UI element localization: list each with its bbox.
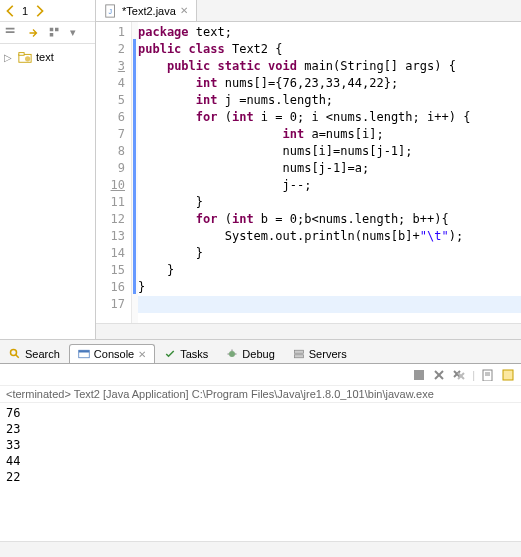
console-icon (78, 348, 90, 360)
bottom-tabs: Search Console ✕ Tasks Debug Servers (0, 340, 521, 364)
clear-console-icon[interactable] (481, 368, 495, 382)
tasks-icon (164, 348, 176, 360)
tab-label: Debug (242, 348, 274, 360)
code-content[interactable]: package text;public class Text2 { public… (138, 22, 521, 323)
code-editor[interactable]: 1234567891011121314151617 package text;p… (96, 22, 521, 323)
tree-item-text[interactable]: ▷ text (4, 48, 91, 66)
line-gutter: 1234567891011121314151617 (96, 22, 132, 323)
forward-icon[interactable] (32, 4, 46, 18)
svg-rect-19 (294, 355, 303, 358)
svg-rect-3 (55, 27, 59, 31)
nav-toolbar: ▾ (0, 22, 95, 44)
bottom-panel: Search Console ✕ Tasks Debug Servers | <… (0, 340, 521, 557)
tab-servers[interactable]: Servers (284, 344, 356, 363)
link-icon[interactable] (26, 26, 40, 40)
svg-line-11 (16, 355, 19, 358)
terminate-icon[interactable] (412, 368, 426, 382)
tab-debug[interactable]: Debug (217, 344, 283, 363)
collapse-icon[interactable] (4, 26, 18, 40)
tab-label: Console (94, 348, 134, 360)
svg-rect-4 (50, 33, 54, 37)
nav-header: 1 (0, 0, 95, 22)
console-status: <terminated> Text2 [Java Application] C:… (0, 386, 521, 403)
expand-icon[interactable]: ▷ (4, 52, 14, 63)
editor-tabs: J *Text2.java ✕ (96, 0, 521, 22)
svg-rect-2 (50, 27, 54, 31)
tab-label: Tasks (180, 348, 208, 360)
tab-tasks[interactable]: Tasks (155, 344, 217, 363)
close-icon[interactable]: ✕ (138, 349, 146, 360)
nav-counter: 1 (22, 5, 28, 17)
tab-search[interactable]: Search (0, 344, 69, 363)
servers-icon (293, 348, 305, 360)
remove-all-icon[interactable] (452, 368, 466, 382)
close-icon[interactable]: ✕ (180, 5, 188, 16)
svg-point-7 (25, 56, 30, 61)
svg-point-10 (11, 350, 17, 356)
package-fragment-icon (18, 50, 32, 64)
back-icon[interactable] (4, 4, 18, 18)
tab-label: Servers (309, 348, 347, 360)
svg-text:J: J (108, 7, 112, 14)
svg-rect-20 (414, 370, 424, 380)
editor-tab-text2[interactable]: J *Text2.java ✕ (96, 0, 197, 21)
editor-area: J *Text2.java ✕ 123456789101112131415161… (96, 0, 521, 339)
console-toolbar: | (0, 364, 521, 386)
svg-rect-18 (294, 350, 303, 353)
svg-rect-13 (79, 350, 90, 352)
debug-icon (226, 348, 238, 360)
filter-icon[interactable] (48, 26, 62, 40)
search-icon (9, 348, 21, 360)
menu-dropdown-icon[interactable]: ▾ (70, 26, 76, 39)
tab-label: Search (25, 348, 60, 360)
editor-scrollbar[interactable] (96, 323, 521, 339)
console-scrollbar[interactable] (0, 541, 521, 557)
tab-label: *Text2.java (122, 5, 176, 17)
tab-console[interactable]: Console ✕ (69, 344, 155, 363)
console-output[interactable]: 7623334422 (0, 403, 521, 541)
tree-item-label: text (36, 51, 54, 63)
svg-point-14 (229, 351, 235, 357)
package-tree: ▷ text (0, 44, 95, 70)
remove-launch-icon[interactable] (432, 368, 446, 382)
pin-console-icon[interactable] (501, 368, 515, 382)
svg-rect-1 (6, 27, 15, 29)
svg-rect-0 (6, 31, 15, 33)
package-explorer: 1 ▾ ▷ text (0, 0, 96, 339)
java-file-icon: J (104, 4, 118, 18)
svg-rect-30 (503, 370, 513, 380)
svg-rect-6 (19, 53, 24, 56)
